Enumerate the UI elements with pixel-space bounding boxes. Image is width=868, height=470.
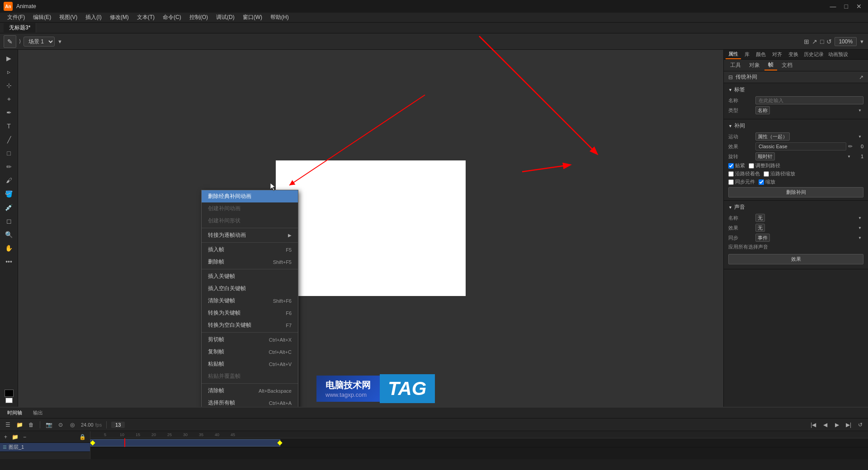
rp-subtab-object[interactable]: 对象 xyxy=(745,61,764,70)
step-back-btn[interactable]: ◀ xyxy=(820,420,830,430)
menu-item-cmd[interactable]: 命令(C) xyxy=(159,13,185,22)
transform-tool[interactable]: ⊹ xyxy=(2,80,16,91)
more-tools[interactable]: ••• xyxy=(2,256,16,268)
rp-tab-properties[interactable]: 属性 xyxy=(726,50,741,59)
adjust-path-checkbox[interactable] xyxy=(749,163,754,169)
scene-dropdown-icon[interactable]: ▼ xyxy=(57,39,62,44)
sound-name-select-wrapper[interactable]: 无 xyxy=(755,214,863,222)
adjust-path-checkbox-label[interactable]: 调整到路径 xyxy=(749,162,780,169)
delete-layer-btn[interactable]: 🗑 xyxy=(26,420,36,430)
path-color-checkbox-label[interactable]: 沿路径着色 xyxy=(728,170,760,177)
pencil-tool[interactable]: ✏ xyxy=(2,161,16,173)
ctx-paste-frame[interactable]: 粘贴帧 Ctrl+Alt+V xyxy=(202,358,298,370)
label-section-header[interactable]: 标签 xyxy=(728,86,863,94)
label-type-select-wrapper[interactable]: 名称 xyxy=(755,106,863,114)
new-folder-btn[interactable]: 📁 xyxy=(14,420,24,430)
sound-effect-btn[interactable]: 效果 xyxy=(728,254,863,264)
menu-item-ctrl[interactable]: 控制(O) xyxy=(186,13,212,22)
sound-effect-select-wrapper[interactable]: 无 xyxy=(755,224,863,232)
delete-tween-btn[interactable]: 删除补间 xyxy=(728,187,863,197)
minimize-icon[interactable]: — xyxy=(827,2,839,11)
layer-add-btn[interactable]: + xyxy=(3,433,9,441)
rotation-select-wrapper[interactable]: 顺时针 xyxy=(755,152,853,160)
pen-tool[interactable]: ✒ xyxy=(2,107,16,118)
ctx-convert-frame-anim[interactable]: 转接为逐帧动画 ▶ xyxy=(202,229,298,241)
rotate-icon[interactable]: ↺ xyxy=(826,38,832,45)
menu-item-window[interactable]: 窗口(W) xyxy=(239,13,266,22)
sound-effect-select[interactable]: 无 xyxy=(755,224,765,232)
layer-folder-btn[interactable]: 📁 xyxy=(10,433,20,441)
titlebar-controls[interactable]: — □ ✕ xyxy=(827,2,864,11)
ctx-delete-classic-tween[interactable]: 删除经典补间动画 xyxy=(202,190,298,202)
onion-outline-btn[interactable]: ◎ xyxy=(67,420,77,430)
fit-icon[interactable]: □ xyxy=(820,38,824,45)
sync-checkbox-label[interactable]: 同步元件 xyxy=(728,179,755,185)
scale-checkbox[interactable] xyxy=(759,179,764,185)
document-tab[interactable]: 无标题3* xyxy=(4,23,36,33)
close-icon[interactable]: ✕ xyxy=(854,2,864,11)
label-type-select[interactable]: 名称 xyxy=(755,106,770,114)
goto-start-btn[interactable]: |◀ xyxy=(808,420,818,430)
menu-item-help[interactable]: 帮助(H) xyxy=(267,13,292,22)
select-tool[interactable]: ▶ xyxy=(2,52,16,64)
motion-select[interactable]: 属性（一起） xyxy=(755,132,790,141)
rp-tab-align[interactable]: 对齐 xyxy=(769,50,785,59)
camera-btn[interactable]: 📷 xyxy=(44,420,54,430)
path-scale-checkbox[interactable] xyxy=(764,171,769,177)
rect-tool[interactable]: □ xyxy=(2,147,16,159)
ctx-delete-frame[interactable]: 删除帧 Shift+F5 xyxy=(202,256,298,268)
subselect-tool[interactable]: ▹ xyxy=(2,66,16,78)
step-forward-btn[interactable]: ▶| xyxy=(844,420,854,430)
menu-item-debug[interactable]: 调试(D) xyxy=(212,13,238,22)
sound-sync-select-wrapper[interactable]: 事件 xyxy=(755,234,863,242)
ctx-convert-blank-keyframe[interactable]: 转换为空白关键帧 F7 xyxy=(202,319,298,331)
ctx-clear-frame[interactable]: 清除帧 Alt+Backspace xyxy=(202,385,298,397)
menu-item-insert[interactable]: 插入(I) xyxy=(82,13,105,22)
rp-subtab-tool[interactable]: 工具 xyxy=(726,61,745,70)
ctx-select-all-frames[interactable]: 选择所有帧 Ctrl+Alt+A xyxy=(202,397,298,407)
rp-subtab-frame[interactable]: 帧 xyxy=(764,60,777,70)
scene-select[interactable]: 场景 1 xyxy=(24,37,55,47)
rotation-select[interactable]: 顺时针 xyxy=(755,152,775,160)
hand-tool[interactable]: ✋ xyxy=(2,242,16,254)
tween-expand-icon[interactable]: ↗ xyxy=(859,74,863,80)
menu-item-file[interactable]: 文件(F) xyxy=(4,13,28,22)
ctx-clear-keyframe[interactable]: 清除关键帧 Shift+F6 xyxy=(202,295,298,307)
lasso-tool[interactable]: ⌖ xyxy=(2,93,16,105)
ctx-insert-frame[interactable]: 插入帧 F5 xyxy=(202,244,298,256)
menu-item-modify[interactable]: 修改(M) xyxy=(106,13,132,22)
zoom-dropdown-icon[interactable]: ▼ xyxy=(859,39,864,44)
paint-tool[interactable]: 🪣 xyxy=(2,188,16,200)
eyedropper-tool[interactable]: 💉 xyxy=(2,202,16,213)
rp-subtab-doc[interactable]: 文档 xyxy=(778,61,796,70)
align-icon[interactable]: ⊞ xyxy=(804,38,809,45)
brush-tool[interactable]: 🖌 xyxy=(2,174,16,186)
sound-sync-select[interactable]: 事件 xyxy=(755,234,770,242)
loop-btn[interactable]: ↺ xyxy=(855,420,865,430)
line-tool[interactable]: ╱ xyxy=(2,134,16,146)
ctx-insert-keyframe[interactable]: 插入关键帧 xyxy=(202,270,298,282)
menu-item-view[interactable]: 视图(V) xyxy=(56,13,81,22)
rp-tab-color[interactable]: 颜色 xyxy=(753,50,769,59)
maximize-icon[interactable]: □ xyxy=(842,2,851,11)
stroke-color[interactable] xyxy=(5,390,14,397)
layer-row-1[interactable]: ☰ 图层_1 xyxy=(0,443,90,452)
label-name-input[interactable] xyxy=(755,96,863,104)
eraser-tool[interactable]: ◻ xyxy=(2,215,16,227)
snap-checkbox-label[interactable]: 贴紧 xyxy=(728,162,745,169)
text-tool[interactable]: T xyxy=(2,120,16,132)
sound-section-header[interactable]: 声音 xyxy=(728,203,863,211)
ctx-create-shape-tween[interactable]: 创建补间形状 xyxy=(202,215,298,227)
ctx-insert-blank-keyframe[interactable]: 插入空白关键帧 xyxy=(202,282,298,295)
rp-tab-anim-preset[interactable]: 动画预设 xyxy=(826,50,850,59)
ctx-copy-frame[interactable]: 复制帧 Ctrl+Alt+C xyxy=(202,346,298,358)
rp-tab-transform[interactable]: 变换 xyxy=(786,50,801,59)
ctx-convert-keyframe[interactable]: 转换为关键帧 F6 xyxy=(202,307,298,319)
edit-symbols-btn[interactable]: ✎ xyxy=(4,35,16,48)
ctx-create-tween[interactable]: 创建补间动画 xyxy=(202,202,298,215)
transform-icon[interactable]: ↗ xyxy=(812,38,817,45)
menu-item-text[interactable]: 文本(T) xyxy=(133,13,158,22)
menu-item-edit[interactable]: 编辑(E) xyxy=(29,13,55,22)
new-layer-btn[interactable]: ☰ xyxy=(3,420,13,430)
play-btn[interactable]: ▶ xyxy=(832,420,842,430)
